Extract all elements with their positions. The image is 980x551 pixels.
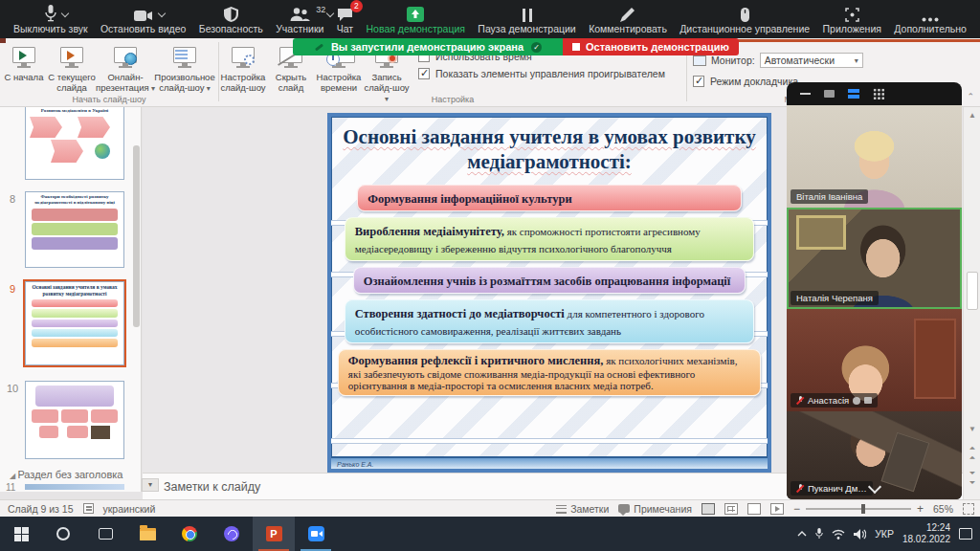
setup-slideshow-button[interactable]: Настройка слайд-шоу <box>219 45 267 94</box>
zoom-thumb[interactable] <box>861 504 865 514</box>
thumbnail-slide-8[interactable]: 8 Фактори необхідності розвитку медіагра… <box>0 191 124 268</box>
slide-8-preview: Фактори необхідності розвитку медіаграмо… <box>25 191 124 268</box>
slide-box-5[interactable]: Формування рефлексії і критичного мислен… <box>338 349 761 396</box>
stop-video-button[interactable]: Остановить видео <box>100 5 186 34</box>
pause-share-button[interactable]: Пауза демонстрации <box>478 5 575 34</box>
scroll-down-arrow[interactable]: ▼ <box>964 425 980 433</box>
slide-box-4[interactable]: Створення здатності до медіатворчості дл… <box>345 299 755 343</box>
zoom-track[interactable] <box>806 508 911 510</box>
collapse-ribbon-chevron[interactable]: ⌃ <box>967 92 974 101</box>
chevron-up-icon[interactable] <box>61 9 69 16</box>
task-view-button[interactable] <box>84 517 126 551</box>
slide-sorter-view-button[interactable] <box>724 503 738 515</box>
apps-button[interactable]: Приложения <box>823 5 881 34</box>
notes-icon <box>556 504 567 514</box>
volume-icon[interactable] <box>854 529 866 540</box>
video-tile-3[interactable]: Анастасія <box>787 309 962 411</box>
collapse-videos-chevron[interactable] <box>870 482 880 492</box>
zoom-meeting-toolbar: Выключить звук Остановить видео Безопасн… <box>0 0 980 38</box>
connector-line <box>331 438 768 444</box>
new-share-button[interactable]: Новая демонстрация <box>367 5 465 34</box>
notes-toggle-button[interactable]: Заметки <box>556 503 609 515</box>
powerpoint-taskbar-button[interactable]: P <box>253 517 295 551</box>
hidden-icons-chevron[interactable] <box>797 531 807 537</box>
box-lead: Формування інформаційної культури <box>368 192 571 206</box>
online-presentation-button[interactable]: Онлайн-презентация <box>96 45 155 94</box>
reading-view-button[interactable] <box>747 503 761 515</box>
annotate-mini-icon <box>314 42 323 52</box>
share-status-banner: Вы запустили демонстрацию экрана ✓ <box>293 38 563 55</box>
previous-slide-button[interactable]: ⏶⏶ <box>964 444 980 463</box>
comments-toggle-button[interactable]: Примечания <box>618 503 692 515</box>
content-bar <box>32 223 118 235</box>
fit-to-window-button[interactable] <box>963 503 974 515</box>
remote-control-button[interactable]: Дистанционное управление <box>679 5 810 34</box>
content-bar <box>32 209 118 221</box>
scroll-up-arrow[interactable]: ▲ <box>964 111 980 120</box>
action-center-button[interactable] <box>959 528 972 540</box>
thumbnail-slide-11-partial[interactable] <box>25 484 124 490</box>
annotate-button[interactable]: Комментировать <box>589 5 667 34</box>
template-credit: Ранько Е.А. <box>337 461 373 468</box>
chrome-button[interactable] <box>168 517 211 551</box>
slide-box-1[interactable]: Формування інформаційної культури <box>357 185 741 211</box>
language-switcher[interactable]: УКР <box>875 528 894 540</box>
chat-button[interactable]: 2 Чат <box>337 5 353 34</box>
participants-label: Участники <box>276 23 323 34</box>
thumbnail-slide-9-selected[interactable]: 9 Основні завдання учителя в умовах розв… <box>0 281 124 365</box>
spellcheck-icon[interactable] <box>83 503 94 514</box>
zoom-taskbar-button[interactable] <box>295 517 337 551</box>
normal-view-button[interactable] <box>702 503 715 515</box>
slide-box-3[interactable]: Ознайомлення учнів із розмаїттям засобів… <box>353 267 746 294</box>
clock[interactable]: 12:24 18.02.2022 <box>902 522 950 546</box>
zoom-percentage[interactable]: 65% <box>933 503 953 515</box>
cortana-button[interactable] <box>42 517 84 551</box>
wifi-icon[interactable] <box>832 529 845 540</box>
start-button[interactable] <box>0 517 42 551</box>
stop-share-button[interactable]: Остановить демонстрацию <box>563 38 739 55</box>
scrollbar-thumb[interactable] <box>967 272 978 310</box>
thumbnails-scrollbar[interactable] <box>133 145 140 327</box>
group-label-setup: Настройка <box>219 95 686 104</box>
next-slide-button[interactable]: ⏷⏷ <box>964 469 980 488</box>
box-lead: Формування рефлексії і критичного мислен… <box>348 354 604 367</box>
current-slide[interactable]: Основні завдання учителя в умовах розвит… <box>327 113 771 473</box>
slide-title[interactable]: Основні завдання учителя в умовах розвит… <box>331 117 768 179</box>
minimize-icon[interactable] <box>800 93 811 95</box>
thumbnail-slide-7[interactable]: Розвиток медіаосвіти в Україні <box>0 107 124 180</box>
presenter-view-label: Режим докладчика <box>710 76 798 87</box>
show-media-controls-checkbox[interactable]: Показать элементы управления проигрывате… <box>418 68 665 79</box>
annotate-label: Комментировать <box>589 23 667 34</box>
zoom-out-button[interactable]: − <box>793 502 800 516</box>
video-tile-1[interactable]: Віталія Іванівна <box>787 105 962 208</box>
slide-box-2[interactable]: Вироблення медіаімунітету, як спроможнос… <box>345 217 755 261</box>
slide-7-title: Розвиток медіаосвіти в Україні <box>26 107 123 115</box>
language-indicator[interactable]: украинский <box>103 503 156 515</box>
speaker-view-icon[interactable] <box>824 90 835 98</box>
custom-slideshow-button[interactable]: Произвольное слайд-шоу <box>155 45 214 94</box>
security-button[interactable]: Безопасность <box>199 5 263 34</box>
from-beginning-button[interactable]: С начала <box>0 45 48 83</box>
section-header[interactable]: Раздел без заголовка <box>10 469 122 480</box>
monitor-dropdown[interactable]: Автоматически <box>760 53 863 68</box>
video-tile-2-active-speaker[interactable]: Наталія Черепаня <box>787 208 962 309</box>
slideshow-view-button[interactable] <box>770 503 784 515</box>
tray-microphone-icon[interactable] <box>815 528 823 540</box>
more-button[interactable]: Дополнительно <box>894 5 967 34</box>
zoom-in-button[interactable]: + <box>917 502 924 516</box>
main-vertical-scrollbar[interactable]: ▲ ▼ ⏶⏶ ⏷⏷ <box>963 107 980 499</box>
chevron-up-icon[interactable] <box>157 9 165 16</box>
file-explorer-button[interactable] <box>126 517 168 551</box>
slideshow-play-icon <box>10 45 38 70</box>
viber-button[interactable] <box>211 517 253 551</box>
participants-button[interactable]: 32 Участники <box>276 5 323 34</box>
from-current-slide-button[interactable]: С текущего слайда <box>48 45 96 94</box>
panel-collapse-button[interactable]: ▾ <box>142 478 159 492</box>
gallery-view-icon[interactable] <box>873 88 885 100</box>
strip-view-icon[interactable] <box>848 89 859 99</box>
zoom-slider[interactable]: − + <box>793 502 924 516</box>
slide-10-preview <box>25 381 124 459</box>
mute-button[interactable]: Выключить звук <box>13 5 88 34</box>
thumbnail-slide-10[interactable]: 10 <box>0 381 124 459</box>
chevron-up-icon[interactable] <box>326 9 334 16</box>
